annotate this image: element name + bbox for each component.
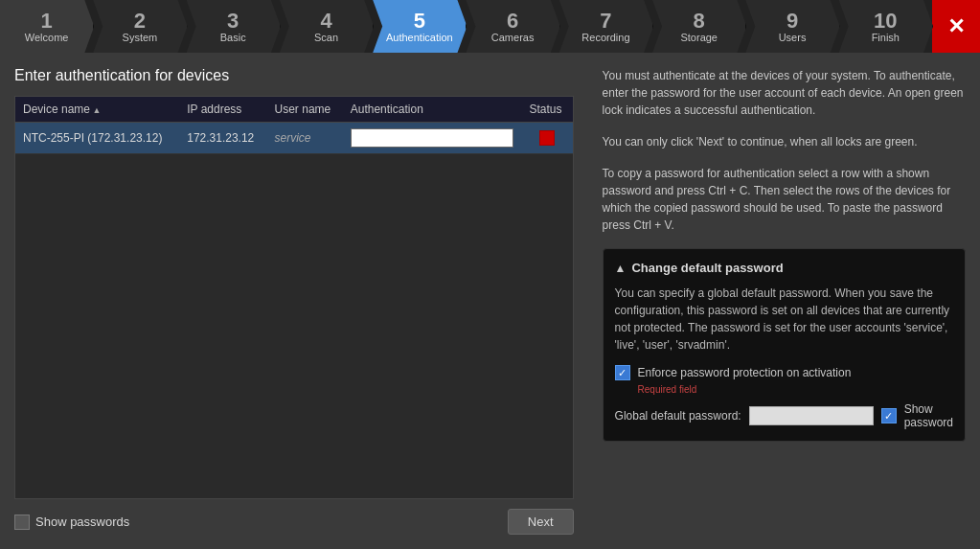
nav-label-recording: Recording (581, 32, 629, 43)
change-password-title: Change default password (631, 261, 783, 275)
table-row[interactable]: NTC-255-PI (172.31.23.12) 172.31.23.12 s… (15, 123, 573, 154)
nav-item-cameras[interactable]: 6 Cameras (466, 0, 559, 53)
col-header-status[interactable]: Status (521, 97, 572, 123)
nav-label-welcome: Welcome (25, 32, 69, 43)
cell-device-name: NTC-255-PI (172.31.23.12) (15, 123, 179, 154)
nav-item-authentication[interactable]: 5 Authentication (373, 0, 467, 53)
enforce-label: Enforce password protection on activatio… (638, 366, 852, 379)
cell-user-name: service (267, 123, 343, 154)
nav-label-scan: Scan (314, 32, 338, 43)
right-panel: You must authenticate at the devices of … (588, 53, 980, 549)
nav-label-authentication: Authentication (386, 32, 453, 43)
left-bottom-bar: Show passwords Next (14, 499, 574, 535)
collapse-icon: ▲ (615, 262, 627, 275)
next-button[interactable]: Next (508, 509, 574, 535)
change-password-description: You can specify a global default passwor… (615, 285, 953, 354)
nav-item-scan[interactable]: 4 Scan (280, 0, 374, 53)
col-header-authentication[interactable]: Authentication (343, 97, 522, 123)
password-row: Global default password: ✓ Show password (615, 402, 953, 429)
show-passwords-toggle[interactable]: Show passwords (14, 515, 129, 530)
nav-number-10: 10 (874, 11, 897, 32)
cell-authentication[interactable] (343, 123, 522, 154)
error-status-icon (539, 130, 555, 146)
nav-number-8: 8 (694, 11, 705, 32)
info-paragraph-3: To copy a password for authentication se… (603, 165, 966, 234)
info-paragraph-2: You can only click 'Next' to continue, w… (603, 133, 966, 150)
nav-item-storage[interactable]: 8 Storage (652, 0, 746, 53)
nav-number-3: 3 (227, 11, 239, 32)
device-table-container: Device name IP address User name Authent… (14, 96, 574, 499)
show-password-label: Show password (904, 402, 953, 429)
enforce-row: ✓ Enforce password protection on activat… (615, 365, 953, 380)
close-button[interactable]: ✕ (932, 0, 980, 53)
nav-item-system[interactable]: 2 System (93, 0, 187, 53)
change-password-header[interactable]: ▲ Change default password (615, 261, 953, 275)
nav-number-2: 2 (134, 11, 146, 32)
nav-item-welcome[interactable]: 1 Welcome (0, 0, 94, 53)
authentication-input[interactable] (351, 128, 514, 148)
nav-number-6: 6 (507, 11, 518, 32)
top-navigation: 1 Welcome 2 System 3 Basic 4 Scan 5 Auth… (0, 0, 980, 53)
info-paragraph-1: You must authenticate at the devices of … (603, 67, 966, 119)
device-table: Device name IP address User name Authent… (15, 97, 573, 154)
col-header-device-name[interactable]: Device name (15, 97, 179, 123)
global-password-input[interactable] (749, 406, 874, 425)
nav-label-cameras: Cameras (491, 32, 535, 43)
nav-label-finish: Finish (872, 32, 900, 43)
main-content: Enter authentication for devices Device … (0, 53, 980, 549)
nav-label-storage: Storage (680, 32, 718, 43)
nav-label-users: Users (779, 32, 807, 43)
nav-number-9: 9 (786, 11, 798, 32)
global-password-label: Global default password: (615, 409, 741, 423)
nav-number-1: 1 (41, 11, 53, 32)
nav-number-7: 7 (600, 11, 611, 32)
close-icon: ✕ (947, 14, 965, 39)
change-password-section: ▲ Change default password You can specif… (603, 248, 966, 442)
col-header-user-name[interactable]: User name (267, 97, 343, 123)
show-password-checkbox[interactable]: ✓ (881, 408, 897, 423)
panel-title: Enter authentication for devices (14, 67, 574, 84)
nav-item-recording[interactable]: 7 Recording (559, 0, 653, 53)
nav-item-finish[interactable]: 10 Finish (839, 0, 933, 53)
show-passwords-label: Show passwords (35, 515, 129, 529)
nav-number-5: 5 (414, 11, 425, 32)
col-header-ip-address[interactable]: IP address (179, 97, 266, 123)
nav-label-basic: Basic (220, 32, 246, 43)
left-panel: Enter authentication for devices Device … (0, 53, 588, 549)
enforce-checkbox[interactable]: ✓ (615, 365, 630, 380)
cell-status (521, 123, 572, 154)
nav-item-users[interactable]: 9 Users (745, 0, 839, 53)
nav-number-4: 4 (320, 11, 331, 32)
show-passwords-checkbox[interactable] (14, 515, 30, 530)
status-icon (529, 130, 564, 146)
info-section: You must authenticate at the devices of … (603, 67, 966, 234)
required-field-text: Required field (638, 384, 953, 395)
nav-label-system: System (123, 32, 158, 43)
nav-item-basic[interactable]: 3 Basic (187, 0, 281, 53)
cell-ip-address: 172.31.23.12 (179, 123, 266, 154)
